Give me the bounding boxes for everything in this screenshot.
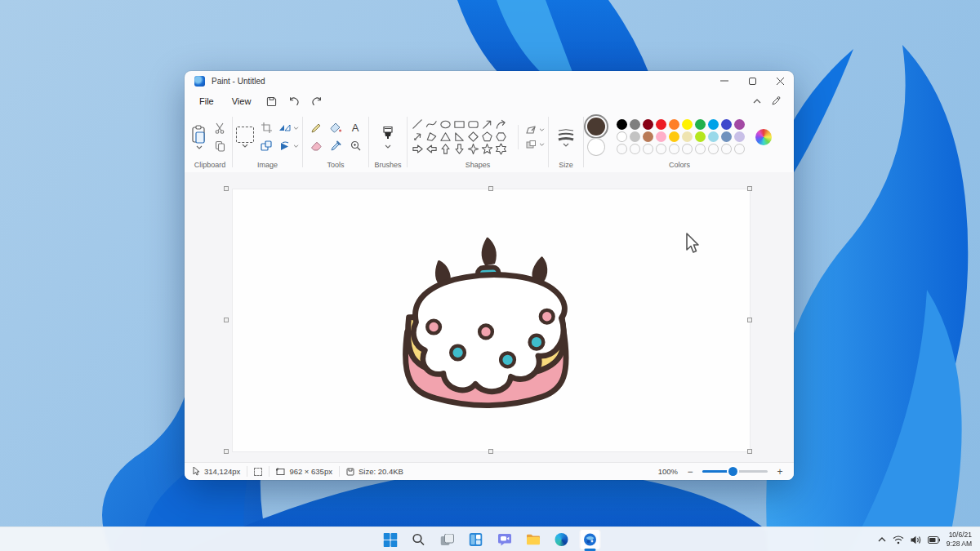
- palette-color-swatch[interactable]: [617, 119, 627, 130]
- palette-color-swatch[interactable]: [721, 119, 732, 130]
- palette-color-swatch[interactable]: [708, 131, 719, 142]
- cut-button[interactable]: [211, 120, 229, 136]
- palette-empty-slot[interactable]: [708, 144, 719, 154]
- shape-triangle-icon[interactable]: [439, 131, 452, 143]
- title-bar[interactable]: Paint - Untitled: [185, 71, 794, 91]
- rotate-button[interactable]: [278, 141, 299, 151]
- palette-color-swatch[interactable]: [708, 119, 719, 130]
- resize-button[interactable]: [257, 138, 275, 154]
- palette-empty-slot[interactable]: [656, 144, 666, 154]
- wifi-icon[interactable]: [893, 535, 904, 544]
- size-button[interactable]: [557, 127, 575, 147]
- palette-color-swatch[interactable]: [721, 131, 732, 142]
- widgets-button[interactable]: [466, 529, 487, 550]
- shape-arrow-up-right-icon[interactable]: [481, 118, 493, 131]
- palette-empty-slot[interactable]: [695, 144, 706, 154]
- shape-rounded-rectangle-icon[interactable]: [467, 118, 479, 131]
- shape-arrow-left-icon[interactable]: [425, 143, 438, 155]
- color-picker-tool-button[interactable]: [327, 138, 345, 154]
- chat-button[interactable]: [494, 529, 515, 550]
- canvas-resize-handle-n[interactable]: [488, 186, 493, 191]
- paint-taskbar-button[interactable]: [580, 529, 601, 550]
- search-button[interactable]: [408, 529, 430, 550]
- palette-color-swatch[interactable]: [695, 131, 706, 142]
- edge-button[interactable]: [551, 529, 572, 550]
- shape-arrow-down-icon[interactable]: [453, 143, 466, 155]
- palette-color-swatch[interactable]: [669, 119, 679, 130]
- palette-empty-slot[interactable]: [669, 144, 679, 154]
- shape-polygon-icon[interactable]: [425, 131, 438, 143]
- copy-button[interactable]: [211, 138, 229, 154]
- shape-fill-dropdown[interactable]: [525, 140, 545, 149]
- zoom-out-button[interactable]: −: [684, 466, 696, 478]
- task-view-button[interactable]: [437, 529, 458, 550]
- file-explorer-button[interactable]: [523, 529, 544, 550]
- palette-color-swatch[interactable]: [734, 119, 745, 130]
- palette-color-swatch[interactable]: [734, 131, 745, 142]
- palette-color-swatch[interactable]: [643, 119, 653, 130]
- size-dropdown-chevron-icon[interactable]: [563, 143, 569, 147]
- color1-well[interactable]: [587, 118, 605, 136]
- shape-star-four-icon[interactable]: [467, 143, 479, 155]
- shape-curved-arrow-icon[interactable]: [495, 118, 507, 131]
- file-menu[interactable]: File: [191, 94, 222, 109]
- brushes-button[interactable]: [381, 126, 394, 149]
- fill-tool-button[interactable]: [327, 120, 345, 136]
- undo-button[interactable]: [283, 93, 305, 109]
- canvas-resize-handle-nw[interactable]: [224, 186, 229, 191]
- shape-curve-icon[interactable]: [425, 118, 438, 131]
- palette-color-swatch[interactable]: [630, 119, 640, 130]
- volume-icon[interactable]: [911, 535, 921, 544]
- canvas-resize-handle-sw[interactable]: [224, 449, 229, 454]
- palette-empty-slot[interactable]: [682, 144, 693, 154]
- redo-button[interactable]: [306, 93, 327, 109]
- feedback-pen-icon[interactable]: [771, 96, 781, 106]
- color2-well[interactable]: [587, 138, 605, 156]
- canvas-resize-handle-se[interactable]: [747, 449, 752, 454]
- zoom-slider[interactable]: [702, 470, 768, 473]
- palette-empty-slot[interactable]: [630, 144, 640, 154]
- palette-empty-slot[interactable]: [721, 144, 732, 154]
- minimize-button[interactable]: [710, 71, 738, 91]
- shape-pentagon-icon[interactable]: [481, 131, 493, 143]
- canvas-resize-handle-ne[interactable]: [747, 186, 752, 191]
- palette-color-swatch[interactable]: [669, 131, 679, 142]
- shape-star-six-icon[interactable]: [495, 143, 507, 155]
- palette-color-swatch[interactable]: [695, 119, 706, 130]
- canvas-resize-handle-s[interactable]: [488, 449, 493, 454]
- view-menu[interactable]: View: [224, 94, 260, 109]
- select-button[interactable]: [236, 127, 254, 148]
- shape-line-icon[interactable]: [412, 118, 424, 131]
- edit-colors-button[interactable]: [755, 129, 772, 145]
- palette-color-swatch[interactable]: [682, 119, 693, 130]
- hidden-icons-chevron-icon[interactable]: [878, 537, 886, 542]
- canvas-resize-handle-w[interactable]: [224, 318, 229, 322]
- palette-empty-slot[interactable]: [617, 144, 627, 154]
- flip-button[interactable]: [278, 123, 299, 133]
- collapse-ribbon-chevron-icon[interactable]: [753, 99, 761, 104]
- shape-hexagon-icon[interactable]: [495, 131, 507, 143]
- select-dropdown-chevron-icon[interactable]: [242, 144, 248, 148]
- palette-color-swatch[interactable]: [630, 131, 640, 142]
- magnifier-tool-button[interactable]: [346, 138, 364, 154]
- zoom-in-button[interactable]: +: [774, 466, 786, 478]
- battery-icon[interactable]: [928, 536, 940, 544]
- zoom-slider-thumb[interactable]: [728, 467, 737, 476]
- paste-button[interactable]: [191, 125, 207, 149]
- shape-arrow-diagonal-icon[interactable]: [412, 131, 424, 143]
- crop-button[interactable]: [257, 120, 275, 136]
- text-tool-button[interactable]: A: [346, 120, 364, 136]
- palette-color-swatch[interactable]: [682, 131, 693, 142]
- palette-color-swatch[interactable]: [656, 131, 666, 142]
- shape-arrow-right-icon[interactable]: [412, 143, 424, 155]
- maximize-button[interactable]: [738, 71, 766, 91]
- shape-right-triangle-icon[interactable]: [453, 131, 466, 143]
- eraser-tool-button[interactable]: [307, 138, 325, 154]
- start-button[interactable]: [380, 529, 401, 550]
- drawing-canvas[interactable]: [233, 189, 750, 451]
- taskbar-clock[interactable]: 10/6/21 9:28 AM: [947, 531, 975, 548]
- palette-empty-slot[interactable]: [643, 144, 653, 154]
- paste-dropdown-chevron-icon[interactable]: [196, 145, 203, 149]
- shape-oval-icon[interactable]: [439, 118, 452, 131]
- shape-diamond-icon[interactable]: [467, 131, 479, 143]
